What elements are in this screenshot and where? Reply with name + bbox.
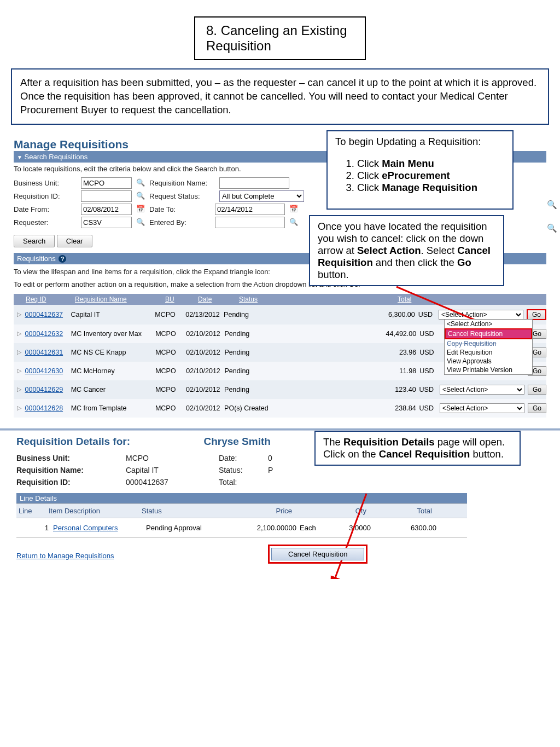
input-reqname[interactable] [219, 177, 289, 189]
label-reqid: Requisition ID: [14, 192, 77, 200]
go-button[interactable]: Go [528, 403, 546, 413]
reqid-link[interactable]: 0000412628 [25, 404, 71, 412]
search-button[interactable]: Search [14, 235, 55, 247]
reqid-link[interactable]: 0000412637 [25, 311, 71, 319]
action-option[interactable]: <Select Action> [445, 320, 532, 328]
lookup-icon[interactable]: 🔍 [547, 200, 557, 210]
lookup-icon[interactable]: 🔍 [136, 178, 145, 187]
label-bu: Business Unit: [14, 179, 77, 187]
go-button[interactable]: Go [528, 385, 546, 395]
lookup-icon[interactable]: 🔍 [136, 192, 145, 200]
requisitions-table: Req ID Requisition Name BU Date Status T… [14, 294, 546, 418]
col-reqid[interactable]: Req ID [26, 296, 75, 303]
select-status[interactable]: All but Complete [219, 190, 304, 202]
action-select[interactable]: <Select Action> [440, 403, 524, 413]
table-row: ▷ 0000412629 MC Cancer MCPO 02/10/2012 P… [14, 380, 546, 399]
go-button[interactable]: Go [527, 309, 546, 320]
action-option[interactable]: Copy Requisition [445, 339, 532, 348]
table-row: ▷ 0000412632 MC Inventory over Max MCPO … [14, 325, 546, 343]
line-header: Line Item Description Status Price Qty T… [16, 503, 467, 518]
details-title: Requisition Details for: [16, 436, 130, 447]
action-option-cancel[interactable]: Cancel Requisition [445, 328, 532, 339]
table-header: Req ID Requisition Name BU Date Status T… [14, 294, 546, 305]
reqid-link[interactable]: 0000412630 [25, 367, 71, 375]
col-bu[interactable]: BU [165, 296, 198, 303]
col-total[interactable]: Total [398, 296, 444, 303]
line-row: 1 Personal Computers Pending Approval 2,… [16, 518, 467, 538]
action-select[interactable]: <Select Action> [440, 385, 524, 395]
intro-instructions: After a requisition has been submitted, … [11, 68, 549, 125]
label-to: Date To: [149, 205, 211, 213]
table-row: ▷ 0000412628 MC from Template MCPO 02/10… [14, 399, 546, 418]
reqid-link[interactable]: 0000412631 [25, 349, 71, 356]
input-entered[interactable] [215, 217, 285, 228]
input-requester[interactable] [81, 217, 132, 228]
action-option[interactable]: Edit Requisition [445, 348, 532, 357]
col-status[interactable]: Status [239, 296, 398, 303]
expand-icon[interactable]: ▷ [14, 386, 25, 393]
calendar-icon[interactable]: 📅 [289, 205, 298, 213]
clear-button[interactable]: Clear [57, 235, 92, 247]
input-bu[interactable] [81, 177, 132, 189]
action-dropdown-open[interactable]: <Select Action> Cancel Requisition Copy … [444, 319, 533, 375]
expand-icon[interactable]: ▷ [14, 349, 25, 356]
help-icon[interactable]: ? [59, 255, 66, 263]
expand-icon[interactable]: ▷ [14, 367, 25, 374]
action-option[interactable]: View Approvals [445, 357, 532, 366]
cancel-button-highlight: Cancel Requisition [268, 545, 368, 564]
callout-details: The Requisition Details page will open. … [314, 431, 521, 466]
cancel-requisition-button[interactable]: Cancel Requisition [271, 548, 364, 560]
lookup-icon[interactable]: 🔍 [289, 218, 298, 227]
label-from: Date From: [14, 205, 77, 213]
action-select[interactable]: <Select Action> [439, 310, 523, 320]
input-to[interactable] [215, 204, 285, 215]
action-option[interactable]: View Printable Version [445, 366, 532, 374]
details-user: Chryse Smith [203, 436, 270, 447]
callout-begin: To begin Updating a Requisition: Click M… [326, 130, 514, 210]
label-reqstatus: Request Status: [149, 192, 215, 200]
label-requester: Requester: [14, 218, 77, 227]
callout-locate: Once you have located the requisition yo… [309, 215, 504, 286]
expand-icon[interactable]: ▷ [14, 404, 25, 412]
input-from[interactable] [81, 204, 132, 215]
reqid-link[interactable]: 0000412629 [25, 386, 71, 393]
lookup-icon[interactable]: 🔍 [136, 218, 145, 227]
reqid-link[interactable]: 0000412632 [25, 330, 71, 338]
col-date[interactable]: Date [198, 296, 239, 303]
doc-title-box: 8. Canceling an Existing Requisition [194, 16, 366, 60]
lookup-icon[interactable]: 🔍 [547, 223, 557, 233]
label-reqname: Requisition Name: [149, 179, 215, 187]
item-link[interactable]: Personal Computers [53, 524, 146, 532]
expand-icon[interactable]: ▷ [14, 311, 25, 318]
input-reqid[interactable] [81, 190, 132, 202]
label-entered: Entered By: [149, 218, 211, 227]
col-name[interactable]: Requisition Name [75, 296, 165, 303]
calendar-icon[interactable]: 📅 [136, 205, 145, 213]
expand-icon[interactable]: ▷ [14, 330, 25, 337]
line-details-bar: Line Details [16, 493, 467, 503]
line-details-table: Line Item Description Status Price Qty T… [16, 503, 467, 538]
